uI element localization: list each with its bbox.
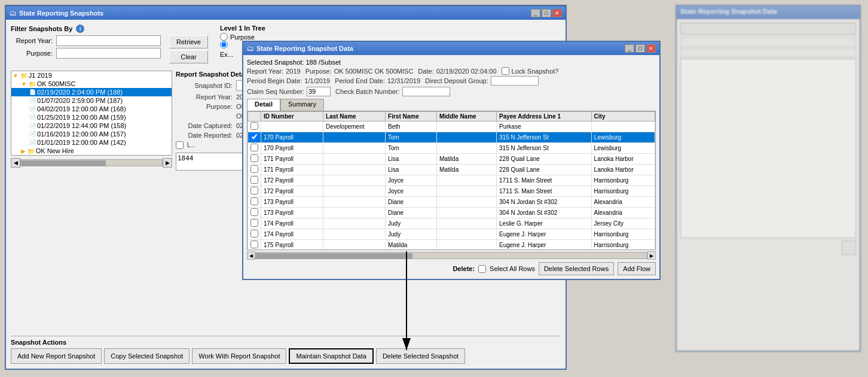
retrieve-button[interactable]: Retrieve — [169, 35, 208, 48]
tree-item[interactable]: 📄 01/01/2019 12:00:00 AM (142) — [11, 138, 172, 147]
row-checkbox[interactable] — [250, 133, 258, 141]
table-row[interactable]: 171 Payroll Lisa Matilda 228 Quail Lane … — [248, 165, 655, 175]
snapshot-id-label: Snapshot ID: — [176, 82, 233, 89]
modal-report-year-label: Report Year: — [247, 68, 283, 75]
tree-item[interactable]: 📄 01/22/2019 12:44:00 PM (158) — [11, 121, 172, 130]
minimize-button[interactable]: _ — [531, 9, 540, 17]
row-first-name: Joyce — [386, 175, 437, 186]
radio-purpose-label: Purpose — [230, 34, 255, 41]
clear-button[interactable]: Clear — [169, 50, 208, 63]
add-flow-button[interactable]: Add Flow — [618, 262, 656, 275]
tree-item[interactable]: 📄 01/16/2019 12:00:00 AM (157) — [11, 130, 172, 138]
table-scrollbar[interactable] — [255, 252, 647, 259]
radio-purpose[interactable] — [220, 33, 228, 41]
tree-item[interactable]: 📄 01/25/2019 12:00:00 AM (159) — [11, 113, 172, 121]
tree-scrollbar[interactable] — [20, 159, 163, 166]
modal-selected-snapshot: Selected Snapshot: 188 /Subset — [247, 59, 656, 66]
row-checkbox-cell[interactable] — [248, 154, 261, 165]
table-row[interactable]: 174 Payroll Judy Eugene J. Harper Harris… — [248, 229, 655, 240]
tree-item[interactable]: 📄 04/02/2019 12:00:00 AM (168) — [11, 105, 172, 113]
work-with-report-snapshot-button[interactable]: Work With Report Snapshot — [192, 348, 286, 364]
row-checkbox[interactable] — [250, 230, 258, 238]
radio-level2[interactable] — [220, 41, 228, 48]
row-address: Leslie G. Harper — [497, 218, 592, 229]
maximize-button[interactable]: □ — [542, 9, 551, 17]
row-checkbox-cell[interactable] — [248, 186, 261, 197]
row-checkbox[interactable] — [250, 208, 258, 216]
date-reported-label: Date Reported: — [176, 132, 233, 139]
tree-item[interactable]: 📄 01/07/2020 2:59:00 PM (187) — [11, 96, 172, 105]
right-window-title: State Reporting Snapshot Data — [677, 6, 860, 19]
table-row[interactable]: 174 Payroll Judy Leslie G. Harper Jersey… — [248, 218, 655, 229]
table-scroll-right[interactable]: ▶ — [647, 251, 656, 260]
detail-checkbox[interactable] — [176, 141, 184, 149]
tree-panel[interactable]: ▼ 📁 J1 2019▼ 📁 OK 500MISC📄 02/19/2020 2:… — [11, 71, 172, 156]
report-year-input[interactable] — [56, 35, 161, 46]
table-row[interactable]: 171 Payroll Lisa Matilda 228 Quail Lane … — [248, 154, 655, 165]
row-checkbox-cell[interactable] — [248, 165, 261, 175]
snapshot-table-container[interactable]: ID Number Last Name First Name Middle Na… — [247, 111, 656, 250]
row-checkbox[interactable] — [250, 154, 258, 162]
row-city: Harrisonburg — [591, 240, 655, 251]
row-first-name: Lisa — [386, 154, 437, 165]
row-checkbox[interactable] — [250, 187, 258, 194]
modal-minimize[interactable]: _ — [625, 44, 634, 53]
table-row[interactable]: Developement Beth Purkase — [248, 121, 655, 132]
add-new-report-snapshot-button[interactable]: Add New Report Snapshot — [11, 348, 102, 364]
row-checkbox[interactable] — [250, 165, 258, 173]
row-checkbox[interactable] — [250, 241, 258, 248]
row-checkbox-cell[interactable] — [248, 143, 261, 154]
row-checkbox-cell[interactable] — [248, 240, 261, 251]
row-checkbox[interactable] — [250, 144, 258, 151]
tree-item[interactable]: ▼ 📁 OK 500MISC — [11, 80, 172, 88]
claim-seq-input[interactable] — [307, 87, 331, 96]
row-checkbox-cell[interactable] — [248, 121, 261, 132]
row-checkbox[interactable] — [250, 219, 258, 227]
row-checkbox-cell[interactable] — [248, 229, 261, 240]
tab-summary[interactable]: Summary — [280, 99, 324, 111]
table-row[interactable]: 173 Payroll Diane 304 N Jordan St #302 A… — [248, 208, 655, 218]
row-checkbox[interactable] — [250, 197, 258, 205]
table-scroll-left[interactable]: ◀ — [247, 251, 255, 260]
scroll-right-button[interactable]: ▶ — [163, 158, 172, 168]
copy-selected-snapshot-button[interactable]: Copy Selected Snapshot — [104, 348, 190, 364]
check-batch-input[interactable] — [402, 87, 450, 96]
row-checkbox-cell[interactable] — [248, 132, 261, 143]
table-row[interactable]: 173 Payroll Diane 304 N Jordan St #302 A… — [248, 197, 655, 208]
direct-deposit-input[interactable] — [491, 76, 539, 86]
tree-item[interactable]: 📄 02/19/2020 2:04:00 PM (188) — [11, 88, 172, 96]
row-middle-name — [436, 240, 496, 251]
scroll-left-button[interactable]: ◀ — [11, 158, 20, 168]
modal-maximize[interactable]: □ — [635, 44, 645, 53]
tree-item[interactable]: ▼ 📁 J1 2019 — [11, 71, 172, 80]
row-checkbox-cell[interactable] — [248, 218, 261, 229]
select-all-rows-checkbox[interactable] — [478, 265, 486, 273]
tree-item[interactable]: ▶ 📁 OK New Hire — [11, 147, 172, 155]
delete-selected-snapshot-button[interactable]: Delete Selected Snapshot — [376, 348, 465, 364]
tab-detail[interactable]: Detail — [247, 99, 280, 111]
tree-item-label: 01/22/2019 12:44:00 PM (158) — [37, 122, 126, 129]
row-checkbox-cell[interactable] — [248, 197, 261, 208]
modal-close[interactable]: ✕ — [646, 44, 656, 53]
table-row[interactable]: 170 Payroll Tom 315 N Jefferson St Lewis… — [248, 132, 655, 143]
table-row[interactable]: 172 Payroll Joyce 1711 S. Main Street Ha… — [248, 186, 655, 197]
purpose-input[interactable] — [56, 48, 161, 59]
table-row[interactable]: 172 Payroll Joyce 1711 S. Main Street Ha… — [248, 175, 655, 186]
row-checkbox[interactable] — [250, 122, 258, 130]
maintain-snapshot-data-button[interactable]: Maintain Snapshot Data — [289, 348, 373, 364]
lock-snapshot-checkbox[interactable] — [502, 67, 509, 75]
table-row[interactable]: 170 Payroll Tom 315 N Jefferson St Lewis… — [248, 143, 655, 154]
modal-body: Selected Snapshot: 188 /Subset Report Ye… — [243, 55, 659, 279]
row-last-name — [323, 218, 386, 229]
row-address: Eugene J. Harper — [497, 229, 592, 240]
info-icon[interactable]: i — [76, 25, 84, 33]
close-button[interactable]: ✕ — [552, 9, 562, 17]
row-checkbox-cell[interactable] — [248, 175, 261, 186]
row-last-name — [323, 154, 386, 165]
row-checkbox-cell[interactable] — [248, 208, 261, 218]
row-first-name: Judy — [386, 218, 437, 229]
delete-selected-rows-button[interactable]: Delete Selected Rows — [539, 262, 614, 275]
row-address: 1711 S. Main Street — [497, 186, 592, 197]
row-checkbox[interactable] — [250, 176, 258, 184]
table-row[interactable]: 175 Payroll Matilda Eugene J. Harper Har… — [248, 240, 655, 251]
